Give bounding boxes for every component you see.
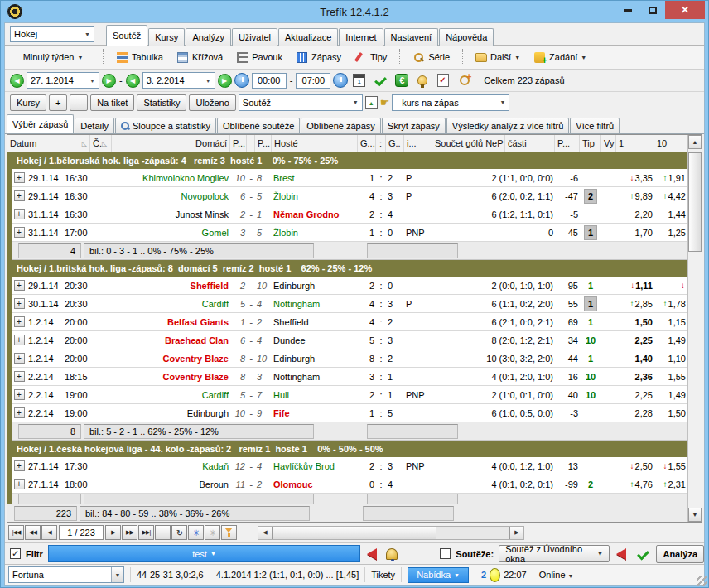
calendar-icon[interactable] xyxy=(353,74,365,87)
fast-prev-button[interactable]: ◀◀ xyxy=(25,525,41,540)
home-team[interactable]: Khimvolokno Mogilev xyxy=(116,169,230,186)
euro-icon[interactable]: € xyxy=(395,74,408,87)
match-row[interactable]: +2.2.1419:00Cardiff5-7Hull2:1PNP2 (1:0, … xyxy=(12,386,687,404)
apply-competition-arrow-icon[interactable] xyxy=(616,548,626,560)
match-row[interactable]: +29.1.1420:30Sheffield2-10Edinburgh2:02 … xyxy=(12,277,687,295)
horizontal-scrollbar[interactable]: ◀ ▶ xyxy=(258,526,524,540)
league-group-header[interactable]: Hokej / 1.britská hok. liga -zápasů: 8 d… xyxy=(12,260,687,277)
na-tiket-button[interactable]: Na tiket xyxy=(90,94,134,111)
sport-select[interactable]: Hokej ▼ xyxy=(10,26,94,42)
scroll-left-button[interactable]: ◀ xyxy=(258,527,273,539)
match-row[interactable]: +30.1.1420:30Cardiff5-4Nottingham4:3P6 (… xyxy=(12,295,687,313)
column-header-p2[interactable]: P... xyxy=(255,135,272,152)
match-row[interactable]: +1.2.1420:00Braehead Clan6-4Dundee5:38 (… xyxy=(12,331,687,349)
online-dropdown[interactable]: Online ▼ xyxy=(539,570,574,580)
expand-button[interactable]: + xyxy=(14,460,25,471)
home-team[interactable]: Coventry Blaze xyxy=(116,349,230,367)
tab-skryt-zapasy[interactable]: Skrýt zápasy xyxy=(382,118,446,133)
hscrollbar-thumb[interactable] xyxy=(273,527,436,539)
tabulka-button[interactable]: Tabulka xyxy=(110,48,169,67)
match-row[interactable]: +2.2.1418:15Coventry Blaze8-3Nottingham3… xyxy=(12,368,687,386)
league-group-header[interactable]: Hokej / 1.běloruská hok. liga -zápasů: 4… xyxy=(12,152,687,169)
home-team[interactable]: Belfast Giants xyxy=(116,313,230,330)
menu-tab-internet[interactable]: Internet xyxy=(339,28,383,46)
scroll-up-button[interactable]: ▲ xyxy=(688,135,702,149)
resize-grip[interactable] xyxy=(697,576,707,586)
minus-button[interactable]: - xyxy=(70,94,88,111)
column-header-soucet-golu[interactable]: Součet gólů NeP xyxy=(432,135,505,152)
column-header-cislo[interactable]: Č.◺ xyxy=(90,135,112,152)
tab-vice-filtru[interactable]: Více filtrů xyxy=(570,118,620,133)
menu-tab-soutěž[interactable]: Soutěž xyxy=(106,25,147,46)
close-button[interactable]: ✕ xyxy=(665,1,705,19)
home-team[interactable]: Novopolock xyxy=(116,187,230,205)
away-team[interactable]: Něman Grodno xyxy=(272,205,358,223)
next-from-date-button[interactable]: ▶ xyxy=(102,74,116,88)
column-header-g1[interactable]: G... xyxy=(358,135,376,152)
time-from-input[interactable]: 00:00 xyxy=(252,73,287,89)
tab-oblibene-zapasy[interactable]: Oblíbené zápasy xyxy=(301,118,381,133)
analyza-button[interactable]: Analýza xyxy=(656,545,704,563)
time-from-clock-button[interactable] xyxy=(234,73,249,88)
column-header-i[interactable]: i... xyxy=(404,135,432,152)
hscrollbar-track[interactable] xyxy=(436,527,509,539)
refresh-button[interactable]: ↻ xyxy=(171,525,187,540)
filter-name-dropdown[interactable]: test ▼ xyxy=(48,545,360,562)
remove-button[interactable]: − xyxy=(155,525,171,540)
away-team[interactable]: Dundee xyxy=(272,331,358,349)
scroll-down-button[interactable]: ▼ xyxy=(688,508,702,522)
away-team[interactable]: Olomouc xyxy=(272,475,358,493)
tab-oblibene-souteze[interactable]: Oblíbené soutěže xyxy=(217,118,300,133)
expand-button[interactable]: + xyxy=(14,479,25,489)
tikety-link[interactable]: Tikety xyxy=(371,570,395,580)
kursy-button[interactable]: Kursy xyxy=(10,94,46,111)
expand-button[interactable]: + xyxy=(14,209,25,219)
match-row[interactable]: +27.1.1418:00Beroun11-2Olomouc0:44 (0:1,… xyxy=(12,475,687,494)
série-button[interactable]: Série xyxy=(407,48,456,67)
column-header-domaci[interactable]: Domácí xyxy=(112,135,230,152)
bookmaker-select[interactable]: Fortuna ▼ xyxy=(8,566,124,583)
away-team[interactable]: Edinburgh xyxy=(272,349,358,367)
prev-record-button[interactable]: ◀ xyxy=(41,525,57,540)
bell-icon[interactable] xyxy=(386,548,398,560)
asterisk-button[interactable]: ✳ xyxy=(188,525,204,540)
checklist-icon[interactable] xyxy=(437,74,449,87)
expand-button[interactable]: + xyxy=(14,190,25,201)
sort-sheet-icon[interactable] xyxy=(365,96,378,109)
expand-button[interactable]: + xyxy=(14,280,25,291)
pavouk-button[interactable]: Pavouk xyxy=(230,48,288,67)
minimize-button[interactable] xyxy=(615,1,640,19)
menu-tab-nápověda[interactable]: Nápověda xyxy=(439,28,494,46)
bulb-icon[interactable] xyxy=(417,75,427,85)
away-team[interactable]: Havlíčkův Brod xyxy=(272,457,358,475)
expand-button[interactable]: + xyxy=(14,298,25,309)
home-team[interactable]: Cardiff xyxy=(116,386,230,403)
filter-funnel-button[interactable] xyxy=(221,525,237,540)
zápasy-button[interactable]: Zápasy xyxy=(290,48,347,67)
home-team[interactable]: Coventry Blaze xyxy=(116,368,230,385)
next-to-date-button[interactable]: ▶ xyxy=(218,74,232,88)
filtr-checkbox[interactable]: ✓ xyxy=(10,548,21,559)
menu-tab-nastavení[interactable]: Nastavení xyxy=(384,28,439,46)
scrollbar-track[interactable] xyxy=(688,149,702,508)
column-header-p1[interactable]: P... xyxy=(230,135,247,152)
home-team[interactable]: Kadaň xyxy=(116,457,230,475)
ulozeno-button[interactable]: Uloženo xyxy=(189,94,235,111)
nabidka-dropdown[interactable]: Nabídka ▼ xyxy=(408,567,469,583)
match-row[interactable]: +1.2.1420:00Belfast Giants1-2Sheffield4:… xyxy=(12,313,687,331)
expand-button[interactable]: + xyxy=(14,335,25,345)
league-group-header[interactable]: Hokej / 1.česká hokejová liga - 44. kolo… xyxy=(12,441,687,457)
last-record-button[interactable]: ▶▶| xyxy=(138,525,154,540)
away-team[interactable]: Brest xyxy=(272,169,358,186)
expand-button[interactable]: + xyxy=(14,172,25,183)
first-record-button[interactable]: |◀◀ xyxy=(8,525,24,540)
column-header-datum[interactable]: Datum◺ xyxy=(7,135,90,152)
period-dropdown[interactable]: Minulý týden ▼ xyxy=(10,49,96,65)
apply-filter-arrow-icon[interactable] xyxy=(367,548,377,560)
match-row[interactable]: +31.1.1417:00Gomel3-5Žlobin1:0PNP04511,7… xyxy=(12,224,687,242)
away-team[interactable]: Hull xyxy=(272,386,358,403)
home-team[interactable]: Braehead Clan xyxy=(116,331,230,349)
menu-tab-uživatel[interactable]: Uživatel xyxy=(232,28,277,46)
away-team[interactable]: Edinburgh xyxy=(272,277,358,294)
away-team[interactable]: Žlobin xyxy=(272,224,358,241)
